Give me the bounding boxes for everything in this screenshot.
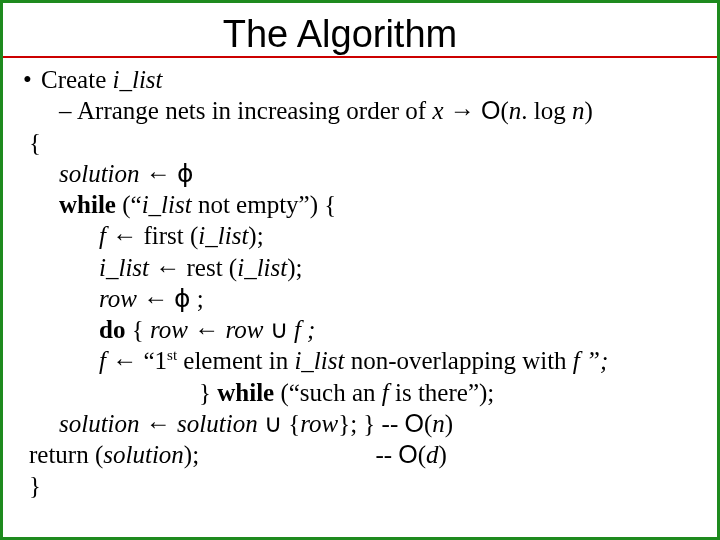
assign-1: ← — [140, 160, 178, 187]
first-elem-end: non-overlapping with — [344, 347, 572, 374]
line-do: do { row ← row ∪ f ; — [99, 314, 697, 345]
line-f-first: f ← first (i_list); — [99, 220, 697, 251]
do-kw: do — [99, 316, 125, 343]
solution-1: solution — [59, 160, 140, 187]
od-open: ( — [418, 441, 426, 468]
semi-brace: ; } — [350, 410, 375, 437]
assign-7: ← — [140, 410, 178, 437]
arrange-pre: Arrange nets in increasing order of — [77, 97, 432, 124]
while-kw-2: while — [217, 379, 274, 406]
create-text: Create — [41, 66, 112, 93]
first-text: first ( — [143, 222, 198, 249]
endwhile-end: is there”); — [389, 379, 495, 406]
title-underline — [3, 56, 717, 58]
line-while: while (“i_list not empty”) { — [59, 189, 697, 220]
return-close: ); — [184, 441, 199, 468]
bigO-3: O — [398, 440, 417, 468]
on-close: ) — [445, 410, 453, 437]
bullet-dot: • — [23, 64, 41, 95]
paren-open: ( — [500, 97, 508, 124]
first-elem-mid: element in — [177, 347, 294, 374]
assign-5: ← — [188, 316, 226, 343]
phi-1: ϕ — [177, 160, 193, 187]
line-endwhile: } while (“such an f is there”); — [199, 377, 697, 408]
endwhile-brace: } — [199, 379, 217, 406]
assign-3: ← — [149, 254, 187, 281]
endwhile-cond: (“such an — [274, 379, 382, 406]
open-brace: { — [29, 127, 697, 158]
assign-2: ← — [106, 222, 144, 249]
row-2: row — [150, 316, 188, 343]
bullet-create: •Create i_list — [23, 64, 697, 95]
line-solution-init: solution ← ϕ — [59, 158, 697, 189]
return-text: return ( — [29, 441, 103, 468]
row-1: row — [99, 285, 137, 312]
f-5: f — [382, 379, 389, 406]
x-var: x — [432, 97, 443, 124]
paren-close: ) — [585, 97, 593, 124]
assign-4: ← — [137, 285, 175, 312]
ilist-2: i_list — [142, 191, 192, 218]
d-var: d — [426, 441, 439, 468]
slide-title: The Algorithm — [0, 13, 697, 56]
while-mid: not empty”) { — [192, 191, 337, 218]
rps-2: ); — [287, 254, 302, 281]
while-kw: while — [59, 191, 116, 218]
solution-3: solution — [177, 410, 258, 437]
line-solution-update: solution ← solution ∪ {row}; } -- O(n) — [59, 408, 697, 439]
solution-4: solution — [103, 441, 184, 468]
slide-container: The Algorithm •Create i_list –Arrange ne… — [0, 0, 720, 540]
pseudocode: { solution ← ϕ while (“i_list not empty”… — [29, 127, 697, 502]
ilist-5: i_list — [237, 254, 287, 281]
ilist-1: i_list — [112, 66, 162, 93]
row-3: row — [225, 316, 263, 343]
union-1: ∪ — [263, 316, 294, 343]
bigO-1: O — [481, 96, 500, 124]
od-close: ) — [439, 441, 447, 468]
line-f-elem: f ← “1st element in i_list non-overlappi… — [99, 345, 697, 376]
bigO-2: O — [405, 409, 424, 437]
f-3: f — [99, 347, 106, 374]
row-brace-open: { — [288, 410, 300, 437]
bullet-arrange: –Arrange nets in increasing order of x →… — [59, 95, 697, 126]
first-elem-open: “1 — [143, 347, 167, 374]
rps-1: ); — [248, 222, 263, 249]
n-3: n — [432, 410, 445, 437]
line-row-init: row ← ϕ ; — [99, 283, 697, 314]
phi-2: ϕ ; — [174, 285, 203, 312]
f-2: f ; — [294, 316, 316, 343]
while-open: (“ — [116, 191, 142, 218]
ilist-4: i_list — [99, 254, 149, 281]
close-brace: } — [29, 470, 697, 501]
dashes-2: -- — [369, 441, 398, 468]
bullet-dash: – — [59, 95, 77, 126]
assign-6: ← — [106, 347, 144, 374]
arrow-1: → — [444, 97, 482, 124]
dashes-1: -- — [375, 410, 404, 437]
line-return: return (solution); -- O(d) — [29, 439, 697, 470]
n-1: n — [509, 97, 522, 124]
do-open: { — [125, 316, 150, 343]
solution-2: solution — [59, 410, 140, 437]
union-2: ∪ — [258, 410, 289, 437]
line-ilist-rest: i_list ← rest (i_list); — [99, 252, 697, 283]
n-2: n — [572, 97, 585, 124]
row-brace-close: } — [338, 410, 350, 437]
f-4: f ”; — [573, 347, 608, 374]
slide-body: •Create i_list –Arrange nets in increasi… — [23, 64, 697, 502]
dotlog: . log — [521, 97, 572, 124]
ilist-6: i_list — [294, 347, 344, 374]
ilist-3: i_list — [198, 222, 248, 249]
rest-text: rest ( — [187, 254, 238, 281]
st-sup: st — [167, 347, 177, 363]
row-4: row — [300, 410, 338, 437]
f-1: f — [99, 222, 106, 249]
